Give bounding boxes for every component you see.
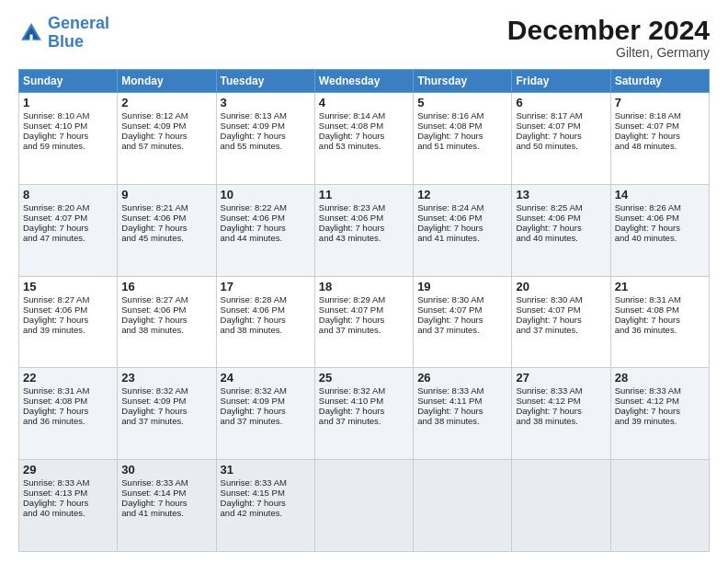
calendar-cell: 2Sunrise: 8:12 AMSunset: 4:09 PMDaylight… xyxy=(118,93,216,185)
calendar-cell: 10Sunrise: 8:22 AMSunset: 4:06 PMDayligh… xyxy=(216,184,314,276)
day-info-line: and 57 minutes. xyxy=(121,141,211,151)
day-info-line: and 37 minutes. xyxy=(417,325,507,335)
calendar-cell: 13Sunrise: 8:25 AMSunset: 4:06 PMDayligh… xyxy=(512,184,610,276)
day-number: 15 xyxy=(23,280,113,293)
day-info-line: Sunrise: 8:10 AM xyxy=(23,110,113,121)
calendar-week-row: 1Sunrise: 8:10 AMSunset: 4:10 PMDaylight… xyxy=(19,93,710,185)
calendar-cell: 12Sunrise: 8:24 AMSunset: 4:06 PMDayligh… xyxy=(414,184,512,276)
calendar-cell xyxy=(610,460,709,552)
day-info-line: Daylight: 7 hours xyxy=(516,131,606,141)
calendar-cell: 3Sunrise: 8:13 AMSunset: 4:09 PMDaylight… xyxy=(216,93,314,185)
calendar-cell: 18Sunrise: 8:29 AMSunset: 4:07 PMDayligh… xyxy=(314,276,413,368)
day-info-line: Sunset: 4:06 PM xyxy=(23,304,113,315)
day-info-line: and 43 minutes. xyxy=(319,233,409,243)
day-info-line: Sunset: 4:06 PM xyxy=(417,213,507,223)
day-info-line: Daylight: 7 hours xyxy=(121,315,211,325)
day-info-line: Sunset: 4:06 PM xyxy=(221,213,311,223)
day-info-line: Daylight: 7 hours xyxy=(121,498,211,508)
calendar-cell: 19Sunrise: 8:30 AMSunset: 4:07 PMDayligh… xyxy=(414,276,512,368)
day-info-line: Sunset: 4:15 PM xyxy=(221,488,311,498)
day-number: 3 xyxy=(221,96,311,109)
day-number: 10 xyxy=(221,188,311,201)
day-info-line: Sunrise: 8:33 AM xyxy=(615,385,705,396)
day-info-line: Daylight: 7 hours xyxy=(221,406,311,416)
day-info-line: Sunset: 4:14 PM xyxy=(121,488,211,498)
calendar-cell: 26Sunrise: 8:33 AMSunset: 4:11 PMDayligh… xyxy=(414,368,512,460)
day-info-line: Sunrise: 8:25 AM xyxy=(516,202,606,213)
day-info-line: Daylight: 7 hours xyxy=(319,406,409,416)
day-info-line: Sunrise: 8:33 AM xyxy=(23,477,113,488)
calendar-cell: 6Sunrise: 8:17 AMSunset: 4:07 PMDaylight… xyxy=(512,93,610,185)
day-number: 13 xyxy=(516,188,606,201)
day-info-line: Sunset: 4:07 PM xyxy=(417,304,507,315)
day-info-line: Sunset: 4:08 PM xyxy=(23,396,113,406)
day-info-line: Daylight: 7 hours xyxy=(417,223,507,233)
day-info-line: and 36 minutes. xyxy=(615,325,705,335)
day-info-line: Daylight: 7 hours xyxy=(319,315,409,325)
day-info-line: and 40 minutes. xyxy=(23,508,113,518)
calendar-cell: 1Sunrise: 8:10 AMSunset: 4:10 PMDaylight… xyxy=(19,93,118,185)
calendar-week-row: 15Sunrise: 8:27 AMSunset: 4:06 PMDayligh… xyxy=(19,276,710,368)
day-info-line: and 36 minutes. xyxy=(23,416,113,426)
day-info-line: Sunrise: 8:22 AM xyxy=(221,202,311,213)
day-info-line: and 48 minutes. xyxy=(615,141,705,151)
day-info-line: and 41 minutes. xyxy=(121,508,211,518)
day-info-line: and 55 minutes. xyxy=(221,141,311,151)
calendar-cell: 21Sunrise: 8:31 AMSunset: 4:08 PMDayligh… xyxy=(610,276,709,368)
day-info-line: Sunset: 4:06 PM xyxy=(121,304,211,315)
calendar-cell: 16Sunrise: 8:27 AMSunset: 4:06 PMDayligh… xyxy=(118,276,216,368)
calendar-cell: 30Sunrise: 8:33 AMSunset: 4:14 PMDayligh… xyxy=(118,460,216,552)
day-info-line: Daylight: 7 hours xyxy=(516,406,606,416)
day-info-line: Sunrise: 8:21 AM xyxy=(121,202,211,213)
logo-line2: Blue xyxy=(48,32,84,51)
day-info-line: Daylight: 7 hours xyxy=(121,406,211,416)
calendar-cell xyxy=(512,460,610,552)
day-info-line: Daylight: 7 hours xyxy=(417,406,507,416)
day-info-line: Sunset: 4:09 PM xyxy=(121,121,211,131)
day-info-line: Daylight: 7 hours xyxy=(417,131,507,141)
day-info-line: and 51 minutes. xyxy=(417,141,507,151)
day-info-line: Sunrise: 8:27 AM xyxy=(121,294,211,304)
day-info-line: Daylight: 7 hours xyxy=(221,315,311,325)
day-info-line: Sunrise: 8:20 AM xyxy=(23,202,113,213)
day-info-line: Daylight: 7 hours xyxy=(615,315,705,325)
day-info-line: and 37 minutes. xyxy=(319,325,409,335)
calendar-cell: 24Sunrise: 8:32 AMSunset: 4:09 PMDayligh… xyxy=(216,368,314,460)
logo-icon xyxy=(18,20,44,46)
calendar-header-cell: Monday xyxy=(118,70,216,93)
day-info-line: and 39 minutes. xyxy=(23,325,113,335)
calendar-header-cell: Friday xyxy=(512,70,610,93)
day-info-line: Sunset: 4:07 PM xyxy=(516,121,606,131)
day-info-line: Sunrise: 8:13 AM xyxy=(221,110,311,121)
day-info-line: and 38 minutes. xyxy=(417,416,507,426)
day-info-line: and 37 minutes. xyxy=(516,325,606,335)
day-info-line: Daylight: 7 hours xyxy=(121,131,211,141)
day-number: 9 xyxy=(121,188,211,201)
day-info-line: Sunrise: 8:32 AM xyxy=(221,385,311,396)
day-info-line: Daylight: 7 hours xyxy=(23,223,113,233)
day-info-line: Sunset: 4:06 PM xyxy=(221,304,311,315)
day-number: 1 xyxy=(23,96,113,109)
calendar-header-cell: Thursday xyxy=(414,70,512,93)
day-number: 4 xyxy=(319,96,409,109)
calendar-cell: 27Sunrise: 8:33 AMSunset: 4:12 PMDayligh… xyxy=(512,368,610,460)
calendar-header-cell: Sunday xyxy=(19,70,118,93)
day-number: 27 xyxy=(516,371,606,385)
day-number: 29 xyxy=(23,463,113,477)
day-number: 12 xyxy=(417,188,507,201)
day-info-line: Daylight: 7 hours xyxy=(615,131,705,141)
day-info-line: Sunrise: 8:33 AM xyxy=(516,385,606,396)
calendar-cell: 29Sunrise: 8:33 AMSunset: 4:13 PMDayligh… xyxy=(19,460,118,552)
day-info-line: Sunset: 4:12 PM xyxy=(615,396,705,406)
day-number: 17 xyxy=(221,280,311,293)
day-info-line: Daylight: 7 hours xyxy=(121,223,211,233)
header: General Blue December 2024 Gilten, Germa… xyxy=(18,15,710,60)
day-number: 24 xyxy=(221,371,311,385)
day-number: 22 xyxy=(23,371,113,385)
calendar-header-cell: Tuesday xyxy=(216,70,314,93)
day-info-line: Sunrise: 8:23 AM xyxy=(319,202,409,213)
day-info-line: Sunrise: 8:16 AM xyxy=(417,110,507,121)
day-info-line: Daylight: 7 hours xyxy=(516,315,606,325)
day-number: 5 xyxy=(417,96,507,109)
month-title: December 2024 xyxy=(507,15,710,45)
